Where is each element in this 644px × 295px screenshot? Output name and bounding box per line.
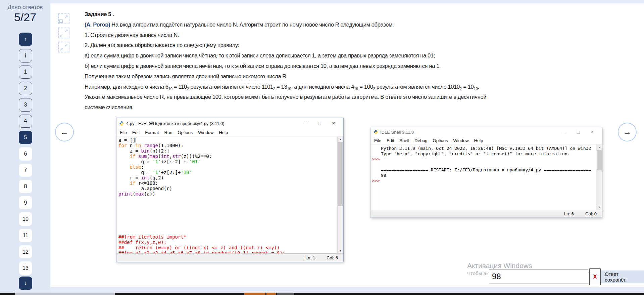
maximize-icon[interactable]: □ bbox=[571, 129, 585, 135]
code-token: (n)[2:] bbox=[150, 148, 169, 154]
scrollbar-thumb[interactable] bbox=[15, 293, 115, 295]
editor-code: a = []for n in range(1,1000): z = bin(n)… bbox=[116, 136, 337, 253]
menu-item-file[interactable]: File bbox=[117, 130, 130, 135]
code-token: str bbox=[172, 154, 181, 159]
editor-menubar: FileEditFormatRunOptionsWindowHelp bbox=[116, 129, 343, 136]
menu-item-edit[interactable]: Edit bbox=[384, 138, 397, 143]
code-line: a = [] bbox=[118, 137, 337, 143]
code-token: +z[:-2] + bbox=[161, 159, 189, 164]
sidebar-scroll-up-button[interactable]: ↑ bbox=[19, 33, 32, 46]
shell-text-area[interactable]: Python 3.11.0 (main, Oct 24 2022, 18:26:… bbox=[371, 144, 596, 210]
collapse-icon[interactable]: ↙ ↗ bbox=[58, 42, 69, 52]
minimize-icon[interactable]: – bbox=[557, 129, 571, 135]
sidebar-item-4[interactable]: 4 bbox=[19, 115, 32, 128]
close-icon[interactable]: × bbox=[327, 120, 341, 126]
code-token: in bbox=[136, 143, 141, 148]
code-line: if sum(map(int,str(z)))%2==0: bbox=[118, 154, 337, 159]
resize-window-icon[interactable]: ↗ bbox=[58, 13, 69, 24]
shell-statusbar: Ln: 6 Col: 0 bbox=[371, 210, 602, 217]
author-link[interactable]: (А. Рогов) bbox=[85, 22, 110, 28]
sidebar-item-9[interactable]: 9 bbox=[19, 196, 32, 210]
code-token: '01' bbox=[189, 159, 201, 164]
code-token: (z)))%2==0: bbox=[181, 154, 212, 159]
code-token: '10' bbox=[181, 170, 192, 175]
menu-item-help[interactable]: Help bbox=[472, 138, 486, 143]
task-text-segment: , а для исходного числа 4 bbox=[291, 84, 354, 90]
code-token: ( bbox=[147, 154, 149, 159]
sidebar-item-3[interactable]: 3 bbox=[19, 98, 32, 112]
sidebar-item-i[interactable]: i bbox=[19, 49, 32, 62]
editor-window-title: 4.py - F:/ЕГЭ/Подготовка к пробнику/4.py… bbox=[126, 121, 298, 126]
close-icon[interactable]: × bbox=[585, 129, 599, 135]
scroll-up-icon[interactable]: ▲ bbox=[338, 136, 343, 142]
sidebar-item-12[interactable]: 12 bbox=[19, 245, 32, 259]
task-text-line: 2. Далее эта запись обрабатывается по сл… bbox=[85, 40, 642, 50]
sidebar-scroll-down-button[interactable]: ↓ bbox=[19, 277, 32, 290]
task-text: Задание 5 .(А. Рогов) На вход алгоритма … bbox=[85, 9, 642, 113]
code-token: : bbox=[141, 164, 144, 170]
code-line: z = bin(n)[2:] bbox=[118, 148, 337, 154]
sidebar-item-10[interactable]: 10 bbox=[19, 212, 32, 226]
sidebar-item-11[interactable]: 11 bbox=[19, 229, 32, 242]
task-text-segment: = 110 bbox=[172, 84, 187, 90]
menu-item-run[interactable]: Run bbox=[162, 130, 175, 135]
scrollbar-marker bbox=[277, 293, 294, 295]
sidebar-item-2[interactable]: 2 bbox=[19, 82, 32, 95]
menu-item-format[interactable]: Format bbox=[142, 130, 161, 135]
answer-input[interactable] bbox=[489, 269, 588, 284]
code-token: int bbox=[141, 175, 149, 180]
task-text-line: а) если сумма цифр в двоичной записи чис… bbox=[85, 50, 642, 61]
expand-icon[interactable]: ↗ ↙ bbox=[58, 28, 69, 38]
editor-statusbar: Ln: 1 Col: 6 bbox=[116, 253, 343, 262]
menu-item-file[interactable]: File bbox=[371, 138, 384, 143]
code-line bbox=[118, 223, 337, 229]
next-question-button[interactable]: → bbox=[618, 123, 637, 141]
menu-item-options[interactable]: Options bbox=[175, 130, 195, 135]
maximize-icon[interactable]: □ bbox=[312, 120, 327, 126]
delete-answer-button[interactable]: X bbox=[589, 268, 601, 285]
sidebar-item-5[interactable]: 5 bbox=[19, 131, 32, 144]
menu-item-debug[interactable]: Debug bbox=[412, 138, 430, 143]
arrow-ne-icon: ↗ bbox=[59, 47, 63, 51]
shell-line-indicator: Ln: 6 bbox=[564, 211, 574, 216]
code-token: n bbox=[127, 143, 135, 148]
shell-prompt bbox=[371, 162, 381, 167]
editor-line-indicator: Ln: 1 bbox=[305, 255, 315, 260]
shell-titlebar[interactable]: IDLE Shell 3.11.0 – □ × bbox=[371, 127, 602, 137]
sidebar-item-8[interactable]: 8 bbox=[19, 180, 32, 193]
editor-scroll-thumb[interactable] bbox=[338, 142, 343, 206]
task-text-segment: = 13 bbox=[275, 84, 287, 90]
editor-titlebar[interactable]: 4.py - F:/ЕГЭ/Подготовка к пробнику/4.py… bbox=[116, 118, 343, 129]
editor-text-area[interactable]: a = []for n in range(1,1000): z = bin(n)… bbox=[116, 136, 337, 253]
windows-activation-watermark: Активация Windows bbox=[467, 262, 532, 270]
prev-question-button[interactable]: ← bbox=[55, 123, 74, 141]
menu-item-window[interactable]: Window bbox=[195, 130, 216, 135]
shell-scroll-thumb[interactable] bbox=[597, 150, 602, 170]
sidebar-item-13[interactable]: 13 bbox=[19, 261, 32, 275]
code-line: q = '1'+z[:-2] + '01' bbox=[118, 159, 337, 164]
code-line: if r<=100: bbox=[118, 180, 337, 186]
task-text-segment: На вход алгоритма подаётся натуральное ч… bbox=[110, 22, 394, 28]
editor-window-controls: – □ × bbox=[298, 120, 341, 126]
menu-item-shell[interactable]: Shell bbox=[397, 138, 412, 143]
sidebar-item-1[interactable]: 1 bbox=[19, 66, 32, 79]
menu-item-help[interactable]: Help bbox=[216, 130, 231, 135]
scroll-down-icon[interactable]: ▼ bbox=[596, 204, 602, 210]
scroll-up-icon[interactable]: ▲ bbox=[596, 144, 602, 150]
shell-scrollbar[interactable]: ▲ ▼ bbox=[596, 144, 602, 210]
code-token: if bbox=[130, 180, 136, 186]
shell-col-indicator: Col: 0 bbox=[585, 211, 597, 216]
minimize-icon[interactable]: – bbox=[298, 120, 312, 126]
menu-item-options[interactable]: Options bbox=[430, 138, 451, 143]
task-text-line: 1. Строится двоичная запись числа N. bbox=[85, 30, 642, 40]
sidebar: Дано ответов 5/27 ↑ i12345678910111213 ↓ bbox=[0, 0, 50, 293]
menu-item-window[interactable]: Window bbox=[450, 138, 471, 143]
scroll-down-icon[interactable]: ▼ bbox=[338, 248, 343, 253]
editor-scrollbar[interactable]: ▲ ▼ bbox=[337, 136, 343, 253]
shell-window-controls: – □ × bbox=[557, 129, 599, 135]
sidebar-item-7[interactable]: 7 bbox=[19, 164, 32, 177]
code-token: , bbox=[169, 154, 172, 159]
sidebar-item-6[interactable]: 6 bbox=[19, 147, 32, 161]
horizontal-scrollbar[interactable] bbox=[0, 293, 644, 295]
menu-item-edit[interactable]: Edit bbox=[130, 130, 142, 135]
